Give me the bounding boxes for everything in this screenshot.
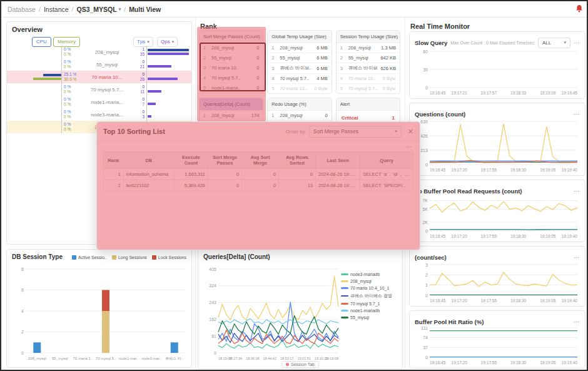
rank-instance: 208_mysql — [211, 113, 249, 118]
more-icon[interactable]: ⋯ — [574, 111, 580, 118]
legend-item[interactable]: 208_mysql — [341, 279, 372, 283]
table-cell: 0 — [279, 169, 316, 180]
rank-row[interactable]: 570 maria 10..0 Byte — [268, 84, 331, 93]
legend-item[interactable]: Active Sessio.. — [72, 255, 107, 260]
svg-text:70 maria 1..: 70 maria 1.. — [73, 357, 93, 360]
qps-value: 35 — [140, 52, 144, 57]
db-session-title: DB Session Type — [12, 253, 63, 260]
close-icon[interactable]: ✕ — [408, 128, 413, 136]
memory-percent: 0 % — [64, 89, 83, 94]
legend-label: node3-mariadb — [350, 272, 380, 277]
slow-query-panel: Slow Query Max Over Count : 0 Max Elapse… — [409, 31, 585, 99]
legend-item[interactable]: node3-mariadb — [341, 272, 380, 277]
rank-row[interactable]: 470 mysql 5.7..4 MB — [268, 74, 331, 84]
legend-item[interactable]: 70 mysql 5.7_1 — [341, 302, 380, 306]
overview-row[interactable]: 0 %0 %55_mysql021 — [7, 58, 191, 71]
instance-name[interactable]: node1-maria... — [83, 96, 131, 108]
rank-card-sort_merge: Sort Merge Passes (Count)1208_mysql0255_… — [199, 30, 263, 93]
instance-name[interactable]: node3-maria... — [83, 108, 131, 121]
instance-name[interactable]: 70 maria 10... — [83, 71, 131, 83]
rank-row[interactable]: 255_mysql642 KB — [337, 53, 400, 63]
alert-bell-icon[interactable] — [575, 4, 583, 13]
legend-item[interactable]: 큐베스 바이베스 경영 — [341, 293, 392, 299]
overview-row[interactable]: 25.1 %30.9 %70 maria 10...026 — [7, 71, 191, 83]
session-tab-button[interactable]: Session Tab — [281, 361, 319, 368]
slow-query-filter-select[interactable]: ALL ▾ — [538, 38, 570, 48]
rank-instance: 큐베스 바이브.. — [280, 65, 314, 71]
rank-row[interactable]: 470 mysql 5.7..0 — [200, 73, 263, 83]
chevron-down-icon: ▾ — [395, 129, 397, 134]
rank-row[interactable]: 1208_mysql1.3 MB — [337, 43, 400, 53]
legend-item[interactable]: Long Sessions — [112, 255, 147, 260]
rank-card-title: Alert — [337, 98, 400, 111]
tps-value: 0 — [142, 72, 144, 77]
more-icon[interactable]: ⋯ — [574, 254, 580, 261]
queries-delta-chart: 08116224332440518:19:0818:27:3418:36:081… — [202, 266, 342, 361]
column-header[interactable]: Query — [360, 152, 413, 169]
column-header[interactable]: Execute Count — [175, 152, 208, 169]
svg-text:19:16:45: 19:16:45 — [430, 234, 446, 238]
rank-row[interactable]: 470 maria 10..0 Byte — [337, 74, 400, 84]
column-header[interactable]: Rank — [104, 152, 124, 169]
tps-bar — [148, 49, 189, 51]
more-icon[interactable]: ⋯ — [406, 143, 412, 150]
breadcrumb-instance-selector[interactable]: QS3_MYSQL ▾ — [77, 6, 121, 13]
cpu-percent: 0 % — [64, 97, 83, 102]
overview-row[interactable]: 0 %0 %node1-maria...07 — [7, 96, 191, 108]
breadcrumb-multi-view[interactable]: Multi View — [129, 6, 161, 13]
svg-text:8: 8 — [21, 267, 24, 272]
breadcrumb-database[interactable]: Database — [8, 6, 36, 13]
column-header[interactable]: DB — [123, 152, 174, 169]
rank-row[interactable]: 1208_mysql6 MB — [268, 43, 331, 53]
rank-row[interactable]: 1208_mysql0 — [200, 43, 263, 53]
rank-row[interactable]: 1208_mysql0 — [268, 111, 331, 121]
column-header[interactable]: Avg Sort Merge — [242, 152, 279, 169]
order-by-label: Order by — [286, 129, 305, 135]
instance-name[interactable]: 208_mysql — [83, 46, 131, 58]
overview-row[interactable]: 0 %0 %node3-maria...03 — [7, 108, 191, 121]
rank-row[interactable]: 1208_mysql174 — [200, 111, 263, 121]
table-cell: 13 — [279, 180, 316, 191]
legend-item[interactable]: 70 maria 10.4_10_1 — [341, 286, 389, 290]
more-icon[interactable]: ⋯ — [574, 318, 580, 325]
rank-row[interactable]: 3큐베스 바이브..6 MB — [268, 63, 331, 74]
legend-item[interactable]: node1-mariadb — [341, 308, 380, 313]
rank-value: 6 MB — [317, 66, 328, 71]
sorting-table-body: 1information_schema1,663,3110002024-08-2… — [104, 169, 413, 191]
rank-row[interactable]: 3큐베스 바이브..626 KB — [337, 63, 400, 74]
svg-text:node3-mar..: node3-mar.. — [141, 357, 161, 360]
overview-left-bars — [7, 96, 62, 108]
legend-label: Active Sessio.. — [78, 255, 107, 260]
alert-count: 1 — [392, 115, 395, 121]
legend-swatch — [341, 273, 348, 275]
instance-name[interactable]: 55_mysql — [83, 58, 131, 71]
svg-text:70 mysql 5..: 70 mysql 5.. — [96, 357, 116, 360]
svg-text:19:17:21: 19:17:21 — [452, 91, 468, 95]
table-row[interactable]: 1information_schema1,663,3110002024-08-2… — [104, 169, 413, 180]
rank-row[interactable]: 255_mysql0 — [200, 53, 263, 63]
legend-item[interactable]: 55_mysql — [341, 315, 369, 320]
overview-row[interactable]: 0 %0 %70 mysql 5.7...011 — [7, 83, 191, 96]
overview-left-bars — [7, 71, 62, 83]
column-header[interactable]: Last Seen — [315, 152, 360, 169]
legend-label: Long Sessions — [118, 255, 147, 260]
rank-row[interactable]: 255_mysql6 MB — [268, 53, 331, 63]
rank-number: 2 — [340, 55, 346, 61]
rank-row[interactable]: 570 mysql 5.7..0 Byte — [337, 84, 400, 93]
svg-text:19:19:45: 19:19:45 — [562, 91, 578, 95]
overview-row[interactable]: 0 %0 %208_mysql135 — [7, 46, 191, 58]
order-by-select[interactable]: Sort Merge Passes ▾ — [309, 126, 402, 138]
instance-name[interactable]: 70 mysql 5.7... — [83, 83, 131, 96]
slow-query-stats: Max Over Count : 0 Max Elapsed Time(sec)… — [450, 41, 535, 45]
breadcrumb-instance[interactable]: Instance — [44, 6, 69, 13]
svg-text:19:19:08: 19:19:08 — [325, 357, 338, 360]
rank-row[interactable]: 370 maria 10..0 — [200, 63, 263, 73]
legend-item[interactable]: Lock Sessions — [152, 255, 186, 260]
column-header[interactable]: Avg Rows Sorted — [279, 152, 316, 169]
more-icon[interactable]: ⋯ — [574, 188, 580, 195]
table-row[interactable]: 2test2211025,369,42600132024-08-26 19:19… — [104, 180, 413, 191]
column-header[interactable]: Sort Merge Passes — [208, 152, 242, 169]
rank-row[interactable]: 5node1-maria..0 — [200, 83, 263, 93]
svg-text:19:17:20: 19:17:20 — [452, 234, 468, 238]
more-icon[interactable]: ⋯ — [574, 39, 580, 46]
